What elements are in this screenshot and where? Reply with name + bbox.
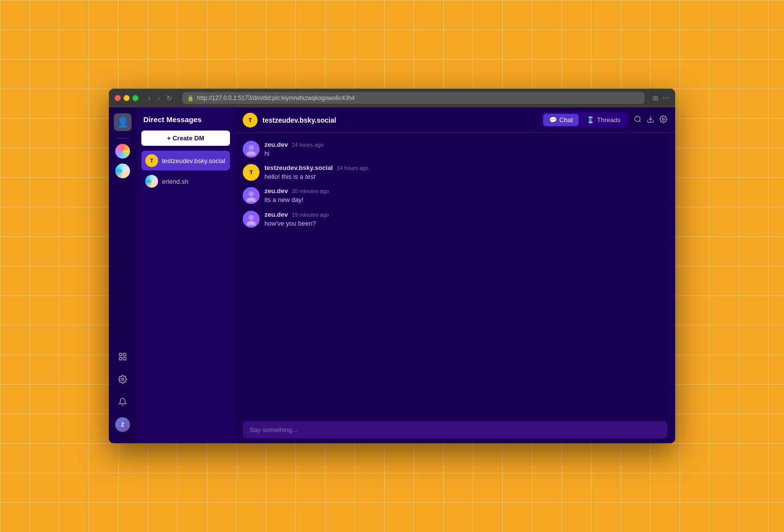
menu-icon[interactable]: ⋯	[662, 94, 669, 102]
tab-threads[interactable]: 🧵 Threads	[581, 114, 626, 126]
msg-avatar-zeu-3	[243, 187, 260, 204]
chat-tab-label: Chat	[559, 116, 573, 124]
rail-bottom-actions: Z	[114, 348, 131, 437]
svg-rect-0	[119, 353, 122, 356]
user-profile-bottom-button[interactable]: Z	[114, 416, 131, 433]
close-button[interactable]	[115, 95, 121, 101]
search-action-button[interactable]	[634, 115, 642, 125]
svg-rect-1	[124, 353, 126, 356]
msg-time-4: 19 minutes ago	[292, 212, 329, 218]
msg-text-1: hi	[264, 149, 324, 158]
colorful-avatar-2	[115, 164, 130, 178]
svg-point-11	[249, 192, 254, 197]
svg-line-6	[639, 121, 641, 122]
more-settings-button[interactable]	[659, 115, 667, 125]
colorful-avatar-1	[115, 144, 130, 159]
msg-text-4: how've you been?	[264, 219, 329, 228]
svg-rect-2	[119, 358, 122, 360]
msg-avatar-test: T	[243, 164, 260, 181]
dm-name-erlend: erlend.sh	[162, 178, 188, 185]
back-button[interactable]: ‹	[146, 93, 153, 103]
address-bar[interactable]: 🔒 http://127.0.0.1:5173/dm/did:plc:kiymr…	[182, 92, 645, 104]
svg-rect-12	[249, 198, 254, 200]
msg-author-1: zeu.dev	[264, 141, 288, 148]
browser-titlebar: ‹ › ↻ 🔒 http://127.0.0.1:5173/dm/did:plc…	[109, 89, 675, 107]
compose-icon-button[interactable]	[114, 348, 131, 366]
dm-item-erlend[interactable]: erlend.sh	[141, 171, 230, 191]
message-input-area	[235, 416, 675, 443]
create-dm-button[interactable]: + Create DM	[141, 131, 230, 146]
url-display: http://127.0.0.1:5173/dm/did:plc:kiymrwf…	[197, 95, 355, 101]
svg-point-13	[249, 215, 254, 220]
msg-header-2: testzeudev.bsky.social 14 hours ago	[264, 164, 368, 171]
msg-header-4: zeu.dev 19 minutes ago	[264, 211, 329, 218]
gear-icon	[659, 115, 667, 123]
person-icon: 👤	[117, 116, 129, 128]
chat-header-user: T testzeudev.bsky.social	[243, 113, 542, 128]
message-4: zeu.dev 19 minutes ago how've you been?	[243, 211, 667, 228]
threads-tab-icon: 🧵	[587, 116, 594, 124]
msg-avatar-zeu-4	[243, 211, 260, 228]
svg-point-4	[122, 378, 124, 381]
traffic-lights	[115, 95, 138, 101]
svg-point-8	[662, 118, 664, 120]
browser-window: ‹ › ↻ 🔒 http://127.0.0.1:5173/dm/did:plc…	[109, 89, 675, 443]
user-avatar-bottom: Z	[115, 417, 130, 432]
message-1: zeu.dev 14 hours ago hi	[243, 141, 667, 158]
export-icon	[647, 115, 654, 123]
export-action-button[interactable]	[647, 115, 654, 125]
rail-colorful-avatar-2[interactable]	[114, 162, 131, 180]
msg-header-3: zeu.dev 20 minutes ago	[264, 187, 329, 195]
settings-icon	[118, 375, 127, 384]
chat-header-actions	[634, 115, 667, 125]
notifications-icon-button[interactable]	[114, 393, 131, 411]
svg-rect-10	[249, 151, 254, 154]
zeu-avatar-graphic-4	[246, 214, 257, 225]
msg-content-1: zeu.dev 14 hours ago hi	[264, 141, 324, 158]
chat-tab-icon: 💬	[549, 116, 557, 124]
extensions-icon[interactable]: ⊞	[653, 94, 658, 102]
msg-time-2: 14 hours ago	[337, 165, 368, 171]
notifications-icon	[118, 398, 127, 406]
zeu-avatar-graphic	[246, 144, 257, 155]
dm-panel-title: Direct Messages	[141, 115, 230, 124]
tab-chat[interactable]: 💬 Chat	[543, 114, 579, 126]
dm-list: T testzeudev.bsky.social erlend.sh	[141, 151, 230, 191]
msg-text-2: hello! this is a test	[264, 172, 368, 181]
chat-header-name: testzeudev.bsky.social	[262, 116, 336, 124]
rail-divider	[116, 138, 130, 138]
msg-author-3: zeu.dev	[264, 187, 288, 195]
minimize-button[interactable]	[124, 95, 130, 101]
msg-text-3: its a new day!	[264, 196, 329, 204]
compose-icon	[118, 352, 127, 361]
message-input[interactable]	[243, 421, 667, 438]
msg-author-2: testzeudev.bsky.social	[264, 164, 333, 171]
chat-header-avatar-letter: T	[249, 117, 252, 123]
zeu-avatar-graphic-3	[246, 190, 257, 201]
chat-area: T testzeudev.bsky.social 💬 Chat 🧵 Thread…	[235, 107, 675, 443]
svg-point-5	[635, 116, 640, 122]
rail-colorful-avatar-1[interactable]	[114, 142, 131, 160]
maximize-button[interactable]	[132, 95, 138, 101]
dm-item-testzeudev[interactable]: T testzeudev.bsky.social	[141, 151, 230, 170]
msg-content-4: zeu.dev 19 minutes ago how've you been?	[264, 211, 329, 228]
msg-content-3: zeu.dev 20 minutes ago its a new day!	[264, 187, 329, 204]
settings-icon-button[interactable]	[114, 370, 131, 388]
reload-button[interactable]: ↻	[164, 93, 174, 103]
chat-tabs: 💬 Chat 🧵 Threads	[542, 112, 628, 128]
profile-avatar-button[interactable]: 👤	[114, 113, 131, 131]
icon-rail: 👤	[109, 107, 136, 443]
msg-time-1: 14 hours ago	[292, 142, 324, 148]
svg-rect-3	[124, 358, 126, 360]
dm-name-testzeudev: testzeudev.bsky.social	[162, 157, 225, 165]
search-icon	[634, 115, 642, 123]
app-container: 👤	[109, 107, 675, 443]
msg-content-2: testzeudev.bsky.social 14 hours ago hell…	[264, 164, 368, 181]
dm-avatar-testzeudev: T	[145, 154, 158, 167]
browser-actions: ⊞ ⋯	[653, 94, 669, 102]
forward-button[interactable]: ›	[156, 93, 162, 103]
dm-panel: Direct Messages + Create DM T testzeudev…	[136, 107, 235, 443]
message-3: zeu.dev 20 minutes ago its a new day!	[243, 187, 667, 204]
msg-author-4: zeu.dev	[264, 211, 288, 218]
messages-container: zeu.dev 14 hours ago hi T testzeudev.bsk…	[235, 133, 675, 416]
